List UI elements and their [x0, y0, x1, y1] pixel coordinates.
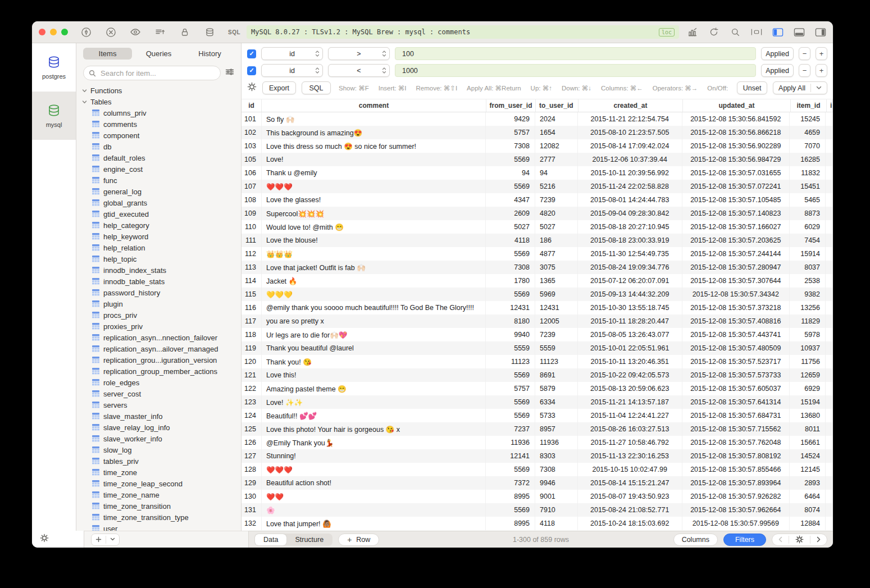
settings-gear-icon[interactable] [40, 534, 49, 545]
tab-history[interactable]: History [185, 48, 234, 60]
connect-icon[interactable] [80, 26, 92, 38]
column-header-is_[interactable]: is_ [827, 99, 833, 112]
log-list-icon[interactable] [154, 26, 166, 38]
sidebar-table-item[interactable]: proxies_priv [76, 321, 241, 332]
column-header-comment[interactable]: comment [262, 99, 486, 112]
search-icon[interactable] [730, 26, 741, 38]
filter-enabled-checkbox[interactable]: ✓ [247, 49, 256, 58]
table-row[interactable]: 131🌸556979102015-08-24 21:08:52.7712015-… [242, 503, 833, 517]
table-row[interactable]: 116@emily thank you soooo much beautiful… [242, 301, 833, 314]
sidebar-table-item[interactable]: general_log [76, 186, 241, 197]
lock-icon[interactable] [179, 26, 190, 38]
table-row[interactable]: 118Ur legs are to die for🙌🏻💖994072392015… [242, 328, 833, 341]
table-row[interactable]: 109Supercool💥💥💥260948202015-09-04 09:28:… [242, 207, 833, 220]
table-row[interactable]: 114Jacket 🔥178013652015-07-12 06:20:07.0… [242, 274, 833, 288]
unset-button[interactable]: Unset [737, 81, 767, 94]
connection-item-postgres[interactable]: postgres [32, 43, 76, 92]
add-row-button[interactable]: + Row [338, 534, 379, 546]
table-structure-icon[interactable] [751, 26, 762, 38]
filters-button[interactable]: Filters [723, 534, 766, 546]
column-header-item_id[interactable]: item_id [791, 99, 827, 112]
table-row[interactable]: 130❤️❤️899590012015-08-07 19:43:50.92320… [242, 490, 833, 503]
sidebar-table-item[interactable]: help_keyword [76, 231, 241, 242]
applied-button[interactable]: Applied [761, 64, 794, 77]
sidebar-table-item[interactable]: help_topic [76, 253, 241, 265]
table-row[interactable]: 119Thank you beautiful @laurel5559555920… [242, 341, 833, 355]
structure-tab[interactable]: Structure [286, 534, 332, 545]
column-header-id[interactable]: id [242, 99, 262, 112]
zoom-window-button[interactable] [61, 29, 68, 35]
table-row[interactable]: 117you are so pretty x8180120052015-10-1… [242, 314, 833, 328]
table-row[interactable]: 101So fly 🙌🏻942920242015-11-21 22:12:54.… [242, 112, 833, 126]
table-row[interactable]: 107❤️❤️❤️556952162015-11-24 22:02:58.828… [242, 180, 833, 193]
table-row[interactable]: 110Would love to! @mith 😁502750272015-08… [242, 220, 833, 234]
columns-button[interactable]: Columns [673, 534, 718, 546]
sql-console-icon[interactable]: SQL [229, 26, 240, 38]
sidebar-table-item[interactable]: time_zone_transition [76, 500, 241, 512]
remove-filter-button[interactable]: − [799, 47, 810, 60]
filter-value-input[interactable] [401, 49, 750, 58]
table-row[interactable]: 127Stunning!1214183032015-11-13 22:30:16… [242, 449, 833, 463]
sidebar-table-item[interactable]: server_cost [76, 388, 241, 399]
close-window-button[interactable] [39, 29, 45, 35]
next-page-button[interactable] [810, 534, 827, 545]
sidebar-table-item[interactable]: component [76, 130, 241, 141]
filter-settings-icon[interactable] [225, 68, 234, 78]
applied-button[interactable]: Applied [761, 47, 794, 60]
sidebar-table-item[interactable]: gtid_executed [76, 208, 241, 220]
sidebar-table-item[interactable]: replication_grou...iguration_version [76, 354, 241, 366]
add-filter-button[interactable]: + [816, 64, 827, 77]
table-row[interactable]: 125Love this photo! Your hair is gorgeou… [242, 422, 833, 436]
toggle-right-panel-icon[interactable] [815, 26, 826, 38]
database-icon[interactable] [204, 26, 215, 38]
filter-operator-select[interactable]: > [328, 47, 390, 60]
sidebar-table-item[interactable]: user [76, 523, 241, 531]
sidebar-table-item[interactable]: role_edges [76, 377, 241, 388]
previous-page-button[interactable] [772, 534, 789, 545]
table-row[interactable]: 121Love this!556986912015-10-22 09:42:05… [242, 368, 833, 382]
disconnect-icon[interactable] [105, 26, 116, 38]
table-row[interactable]: 123Love! ✨✨556963342015-11-21 14:13:57.1… [242, 395, 833, 409]
apply-all-button[interactable]: Apply All [773, 81, 827, 94]
sidebar-table-item[interactable]: slave_relay_log_info [76, 422, 241, 433]
table-row[interactable]: 128❤️❤️❤️556973082015-10-15 10:02:47.992… [242, 463, 833, 476]
filter-column-select[interactable]: id [261, 64, 323, 77]
add-filter-button[interactable]: + [816, 47, 827, 60]
table-row[interactable]: 122Amazing pastel theme 😁575758792015-08… [242, 382, 833, 395]
page-settings-button[interactable] [789, 534, 810, 545]
toggle-left-sidebar-icon[interactable] [772, 26, 784, 38]
table-row[interactable]: 103Love this dress so much 😍 so nice for… [242, 139, 833, 153]
tab-queries[interactable]: Queries [134, 48, 183, 60]
table-row[interactable]: 112👑👑👑556948772015-11-30 12:54:49.735201… [242, 247, 833, 261]
sidebar-table-item[interactable]: procs_priv [76, 309, 241, 321]
export-button[interactable]: Export [262, 81, 296, 94]
chart-icon[interactable] [687, 26, 698, 38]
filter-operator-select[interactable]: < [328, 64, 390, 77]
table-row[interactable]: 115💛💛💛556959692015-09-13 14:44:32.209201… [242, 288, 833, 301]
eye-icon[interactable] [130, 26, 141, 38]
table-row[interactable]: 120Thank you! 😘11123111232015-10-11 13:2… [242, 355, 833, 368]
table-row[interactable]: 124Beautiful!! 💕💕556957332015-11-04 12:2… [242, 409, 833, 422]
column-header-created_at[interactable]: created_at [579, 99, 683, 112]
table-row[interactable]: 111Love the blouse!41181862015-08-18 23:… [242, 234, 833, 247]
refresh-icon[interactable] [708, 26, 719, 38]
column-header-updated_at[interactable]: updated_at [683, 99, 791, 112]
table-row[interactable]: 108Love the glasses!434772392015-08-01 1… [242, 193, 833, 207]
sidebar-table-item[interactable]: tables_priv [76, 455, 241, 467]
sidebar-table-item[interactable]: time_zone [76, 467, 241, 478]
table-row[interactable]: 102This background is amazing😍5757165420… [242, 126, 833, 139]
data-tab[interactable]: Data [255, 534, 286, 545]
filter-enabled-checkbox[interactable]: ✓ [247, 66, 256, 75]
sidebar-table-item[interactable]: time_zone_transition_type [76, 512, 241, 523]
sidebar-table-item[interactable]: slow_log [76, 444, 241, 455]
connection-item-mysql[interactable]: mysql [32, 92, 76, 140]
sidebar-table-item[interactable]: innodb_table_stats [76, 276, 241, 287]
sidebar-table-item[interactable]: db [76, 141, 241, 152]
add-item-button[interactable] [91, 534, 120, 546]
table-row[interactable]: 113Love that jacket! Outfit is fab 🙌🏻730… [242, 261, 833, 274]
filter-gear-icon[interactable] [247, 82, 257, 94]
sidebar-table-item[interactable]: slave_worker_info [76, 433, 241, 444]
sidebar-table-item[interactable]: default_roles [76, 152, 241, 163]
sidebar-table-item[interactable]: servers [76, 399, 241, 411]
tab-items[interactable]: Items [83, 48, 132, 60]
